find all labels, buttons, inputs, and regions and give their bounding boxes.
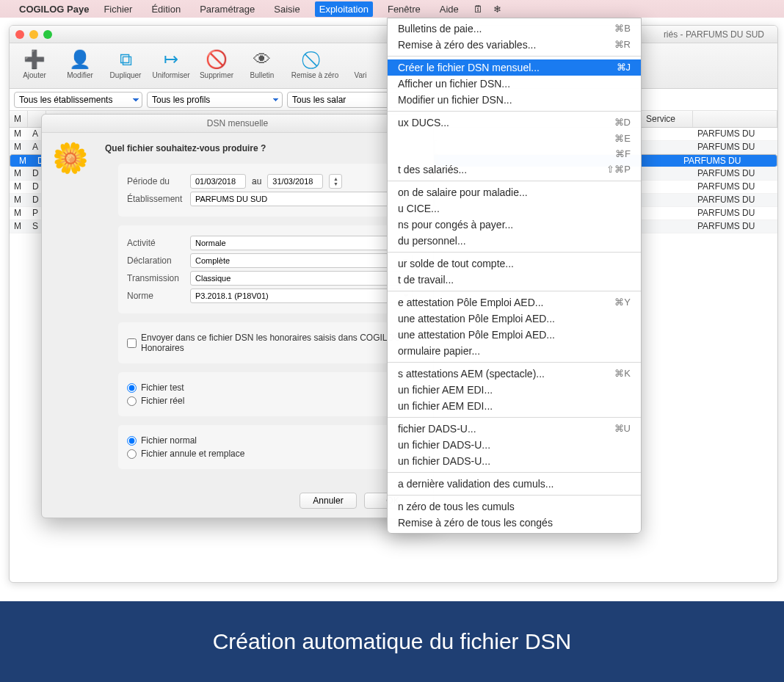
select-etablissement[interactable]: PARFUMS DU SUD: [190, 192, 413, 206]
toolbar-uniformiser[interactable]: ↦Uniformiser: [149, 48, 193, 79]
menu-item[interactable]: du personnel...: [388, 233, 641, 249]
dialog-buttons: Annuler OK: [42, 493, 421, 509]
plus-icon: ➕: [23, 48, 46, 71]
person-icon: 👤: [69, 48, 91, 71]
zoom-icon[interactable]: [43, 30, 52, 39]
input-date-from[interactable]: [190, 174, 246, 189]
app-name[interactable]: COGILOG Paye: [19, 4, 89, 15]
snowflake-icon[interactable]: ❄︎: [493, 4, 501, 15]
dialog-title: DSN mensuelle: [42, 115, 433, 133]
menu-separator: [388, 362, 641, 363]
menu-item[interactable]: Remise à zéro de tous les congés: [388, 515, 641, 531]
radio-fichier-test[interactable]: [127, 383, 137, 393]
label-norme: Norme: [127, 291, 184, 301]
col-service[interactable]: Service: [642, 111, 693, 127]
date-stepper[interactable]: ▲▼: [329, 174, 342, 189]
menu-item[interactable]: un fichier AEM EDI...: [388, 398, 641, 414]
menu-item[interactable]: un fichier AEM EDI...: [388, 382, 641, 398]
menu-item[interactable]: une attestation Pôle Emploi AED...: [388, 327, 641, 343]
menu-item[interactable]: Modifier un fichier DSN...: [388, 92, 641, 108]
menu-exploitation[interactable]: Exploitation: [315, 1, 373, 17]
minimize-icon[interactable]: [29, 30, 38, 39]
menu-fenetre[interactable]: Fenêtre: [383, 1, 425, 17]
toolbar-dupliquer[interactable]: ⧉Dupliquer: [104, 48, 148, 79]
menu-item[interactable]: Créer le fichier DSN mensuel...⌘J: [388, 59, 641, 76]
checkbox-honoraires[interactable]: [127, 338, 137, 348]
flower-icon: 🌼: [52, 141, 89, 175]
menu-fichier[interactable]: Fichier: [99, 1, 137, 17]
menu-item[interactable]: ⌘E: [388, 131, 641, 146]
label-au: au: [252, 176, 261, 186]
menu-edition[interactable]: Édition: [147, 1, 185, 17]
calendar-icon[interactable]: 🗓: [473, 4, 483, 15]
menu-saisie[interactable]: Saisie: [269, 1, 304, 17]
menu-item[interactable]: ux DUCS...⌘D: [388, 115, 641, 131]
label-honoraires: Envoyer dans ce fichier DSN les honorair…: [141, 333, 413, 353]
menu-item[interactable]: s attestations AEM (spectacle)...⌘K: [388, 366, 641, 382]
section-honoraires: Envoyer dans ce fichier DSN les honorair…: [118, 322, 421, 363]
menu-separator: [388, 472, 641, 473]
menu-item[interactable]: u CICE...: [388, 200, 641, 217]
toolbar-raz[interactable]: ⃠Remise à zéro: [286, 48, 344, 79]
menu-separator: [388, 181, 641, 181]
menu-item[interactable]: une attestation Pôle Emploi AED...: [388, 311, 641, 327]
menu-separator: [388, 56, 641, 57]
exploitation-menu[interactable]: Bulletins de paie...⌘BRemise à zéro des …: [387, 18, 642, 534]
radio-fichier-annule[interactable]: [127, 449, 137, 459]
select-declaration[interactable]: Complète: [190, 253, 413, 268]
bottom-banner: Création automatique du fichier DSN: [0, 601, 784, 682]
banner-text: Création automatique du fichier DSN: [213, 629, 572, 654]
dialog-question: Quel fichier souhaitez-vous produire ?: [105, 143, 421, 153]
menu-item[interactable]: ⌘F: [388, 146, 641, 162]
select-activite[interactable]: Normale: [190, 236, 413, 250]
menu-aide[interactable]: Aide: [435, 1, 463, 17]
label-activite: Activité: [127, 238, 184, 248]
menu-item[interactable]: on de salaire pour maladie...: [388, 184, 641, 200]
col-m[interactable]: M: [10, 111, 28, 127]
radio-fichier-normal[interactable]: [127, 436, 137, 446]
traffic-lights[interactable]: [15, 30, 52, 39]
menu-parametrage[interactable]: Paramétrage: [195, 1, 259, 17]
menu-item[interactable]: t de travail...: [388, 272, 641, 288]
col-end[interactable]: [693, 111, 777, 127]
menu-item[interactable]: un fichier DADS-U...: [388, 437, 641, 453]
label-transmission: Transmission: [127, 273, 184, 283]
section-periode: Période du au ▲▼ Établissement PARFUMS D…: [118, 164, 421, 217]
filter-etablissements[interactable]: Tous les établissements: [14, 92, 142, 108]
menu-item[interactable]: ur solde de tout compte...: [388, 255, 641, 272]
label-fichier-annule: Fichier annule et remplace: [141, 449, 244, 459]
toolbar-vari[interactable]: Vari: [346, 48, 375, 79]
menu-separator: [388, 252, 641, 253]
close-icon[interactable]: [15, 30, 24, 39]
cancel-button[interactable]: Annuler: [300, 493, 357, 509]
menu-item[interactable]: n zéro de tous les cumuls: [388, 498, 641, 515]
radio-fichier-reel[interactable]: [127, 396, 137, 406]
label-fichier-normal: Fichier normal: [141, 435, 197, 446]
menu-separator: [388, 417, 641, 418]
section-file-mode: Fichier normal Fichier annule et remplac…: [118, 425, 421, 469]
input-date-to[interactable]: [267, 174, 323, 189]
label-declaration: Déclaration: [127, 255, 184, 266]
toolbar-supprimer[interactable]: 🚫Supprimer: [195, 48, 239, 79]
filter-profils[interactable]: Tous les profils: [147, 92, 283, 108]
label-fichier-reel: Fichier réel: [141, 396, 184, 406]
menu-item[interactable]: Afficher un fichier DSN...: [388, 76, 641, 92]
menu-item[interactable]: un fichier DADS-U...: [388, 453, 641, 469]
menu-separator: [388, 291, 641, 291]
menu-item[interactable]: ns pour congés à payer...: [388, 217, 641, 233]
menu-item[interactable]: ormulaire papier...: [388, 343, 641, 359]
toolbar-modifier[interactable]: 👤Modifier: [58, 48, 102, 79]
toolbar-bulletin[interactable]: 👁Bulletin: [240, 48, 284, 79]
select-transmission[interactable]: Classique: [190, 271, 413, 286]
toolbar-ajouter[interactable]: ➕Ajouter: [12, 48, 57, 79]
menu-item[interactable]: fichier DADS-U...⌘U: [388, 421, 641, 437]
menu-item[interactable]: e attestation Pôle Emploi AED...⌘Y: [388, 294, 641, 311]
forbidden-icon: 🚫: [206, 48, 228, 71]
select-norme[interactable]: P3.2018.1 (P18V01): [190, 289, 413, 303]
menu-item[interactable]: Bulletins de paie...⌘B: [388, 21, 641, 37]
menu-item[interactable]: Remise à zéro des variables...⌘R: [388, 37, 641, 53]
menu-item[interactable]: t des salariés...⇧⌘P: [388, 162, 641, 178]
menu-item[interactable]: a dernière validation des cumuls...: [388, 476, 641, 492]
arrow-right-icon: ↦: [164, 48, 178, 71]
section-file-type: Fichier test Fichier réel: [118, 372, 421, 416]
